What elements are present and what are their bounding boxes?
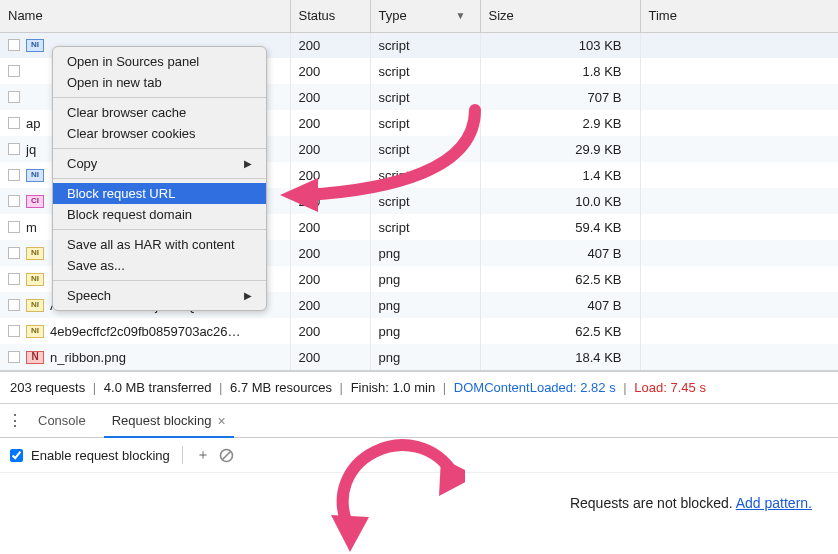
request-time <box>640 110 838 136</box>
ctx-copy[interactable]: Copy ▶ <box>53 153 266 174</box>
toolbar-divider <box>182 446 183 464</box>
status-finish: Finish: 1.0 min <box>351 380 436 395</box>
request-type: png <box>370 240 480 266</box>
request-time <box>640 292 838 318</box>
request-size: 29.9 KB <box>480 136 640 162</box>
tab-request-blocking[interactable]: Request blocking × <box>100 405 238 437</box>
file-type-badge: NI <box>26 273 44 286</box>
tab-console[interactable]: Console <box>26 405 98 436</box>
row-checkbox[interactable] <box>8 117 20 129</box>
close-tab-icon[interactable]: × <box>217 413 225 429</box>
request-size: 62.5 KB <box>480 266 640 292</box>
ctx-open-in-sources[interactable]: Open in Sources panel <box>53 51 266 72</box>
request-time <box>640 188 838 214</box>
ctx-clear-cookies[interactable]: Clear browser cookies <box>53 123 266 144</box>
add-pattern-link[interactable]: Add pattern. <box>736 495 812 511</box>
header-size[interactable]: Size <box>480 0 640 32</box>
enable-request-blocking-label: Enable request blocking <box>31 448 170 463</box>
request-name: 4eb9ecffcf2c09fb0859703ac26… <box>50 324 241 339</box>
request-status: 200 <box>290 266 370 292</box>
ctx-separator <box>53 280 266 281</box>
row-checkbox[interactable] <box>8 221 20 233</box>
request-type: png <box>370 318 480 344</box>
drawer-menu-icon[interactable]: ⋮ <box>4 411 24 430</box>
request-size: 103 KB <box>480 32 640 58</box>
request-type: script <box>370 214 480 240</box>
ctx-separator <box>53 148 266 149</box>
ctx-speech[interactable]: Speech ▶ <box>53 285 266 306</box>
row-checkbox[interactable] <box>8 299 20 311</box>
tab-console-label: Console <box>38 413 86 428</box>
status-resources: 6.7 MB resources <box>230 380 332 395</box>
row-checkbox[interactable] <box>8 143 20 155</box>
svg-line-1 <box>223 451 231 459</box>
request-time <box>640 136 838 162</box>
row-checkbox[interactable] <box>8 91 20 103</box>
row-checkbox[interactable] <box>8 169 20 181</box>
table-row[interactable]: Nn_ribbon.png200png18.4 KB <box>0 344 838 370</box>
row-checkbox[interactable] <box>8 351 20 363</box>
ctx-block-request-url[interactable]: Block request URL <box>53 183 266 204</box>
request-size: 59.4 KB <box>480 214 640 240</box>
ctx-save-as[interactable]: Save as... <box>53 255 266 276</box>
row-checkbox[interactable] <box>8 195 20 207</box>
request-status: 200 <box>290 136 370 162</box>
ctx-clear-cache[interactable]: Clear browser cache <box>53 102 266 123</box>
sort-descending-icon: ▼ <box>456 10 466 21</box>
request-status: 200 <box>290 58 370 84</box>
request-type: png <box>370 292 480 318</box>
status-transferred: 4.0 MB transferred <box>104 380 212 395</box>
request-time <box>640 344 838 370</box>
request-blocking-toolbar: Enable request blocking ＋ <box>0 438 838 473</box>
add-pattern-icon[interactable]: ＋ <box>195 447 211 463</box>
request-status: 200 <box>290 162 370 188</box>
request-name: n_ribbon.png <box>50 350 126 365</box>
request-size: 2.9 KB <box>480 110 640 136</box>
request-status: 200 <box>290 188 370 214</box>
request-type: script <box>370 110 480 136</box>
ctx-open-in-new-tab[interactable]: Open in new tab <box>53 72 266 93</box>
file-type-badge: NI <box>26 39 44 52</box>
drawer-tab-bar: ⋮ Console Request blocking × <box>0 404 838 438</box>
enable-request-blocking-checkbox[interactable] <box>10 449 23 462</box>
request-time <box>640 240 838 266</box>
submenu-arrow-icon: ▶ <box>244 290 252 301</box>
ctx-block-request-domain[interactable]: Block request domain <box>53 204 266 225</box>
svg-marker-3 <box>331 515 369 552</box>
status-requests: 203 requests <box>10 380 85 395</box>
request-status: 200 <box>290 292 370 318</box>
table-header-row: Name Status Type ▼ Size Time <box>0 0 838 32</box>
request-status: 200 <box>290 84 370 110</box>
request-size: 1.4 KB <box>480 162 640 188</box>
status-domcontentloaded: DOMContentLoaded: 2.82 s <box>454 380 616 395</box>
clear-patterns-icon[interactable] <box>219 447 235 463</box>
request-type: script <box>370 188 480 214</box>
header-name[interactable]: Name <box>0 0 290 32</box>
request-time <box>640 32 838 58</box>
row-checkbox[interactable] <box>8 65 20 77</box>
header-status[interactable]: Status <box>290 0 370 32</box>
file-type-badge: NI <box>26 299 44 312</box>
header-type-label: Type <box>379 8 407 23</box>
request-type: script <box>370 162 480 188</box>
request-time <box>640 162 838 188</box>
request-type: png <box>370 266 480 292</box>
ctx-save-har[interactable]: Save all as HAR with content <box>53 234 266 255</box>
request-size: 407 B <box>480 292 640 318</box>
row-checkbox[interactable] <box>8 273 20 285</box>
row-checkbox[interactable] <box>8 247 20 259</box>
request-status: 200 <box>290 240 370 266</box>
request-type: script <box>370 58 480 84</box>
file-type-badge: NI <box>26 169 44 182</box>
header-time[interactable]: Time <box>640 0 838 32</box>
table-row[interactable]: NI4eb9ecffcf2c09fb0859703ac26…200png62.5… <box>0 318 838 344</box>
row-checkbox[interactable] <box>8 39 20 51</box>
header-type[interactable]: Type ▼ <box>370 0 480 32</box>
request-status: 200 <box>290 32 370 58</box>
request-status: 200 <box>290 214 370 240</box>
row-checkbox[interactable] <box>8 325 20 337</box>
file-type-badge: NI <box>26 325 44 338</box>
request-size: 62.5 KB <box>480 318 640 344</box>
submenu-arrow-icon: ▶ <box>244 158 252 169</box>
request-size: 18.4 KB <box>480 344 640 370</box>
